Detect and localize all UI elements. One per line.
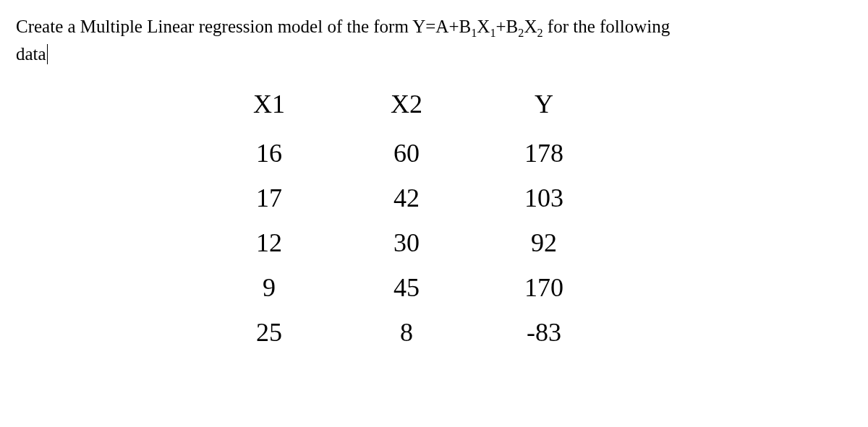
cell-x1: 9 [200,265,338,310]
cell-y: 178 [475,131,613,176]
cell-y: 92 [475,220,613,265]
cell-x2: 60 [338,131,475,176]
regression-equation: Y=A+B1X1+B2X2 [412,17,542,36]
text-cursor-icon [47,44,48,64]
cell-x2: 42 [338,176,475,220]
column-header-y: Y [475,83,613,131]
cell-y: 170 [475,265,613,310]
prompt-line2: data [16,40,48,68]
regression-data-table: X1 X2 Y 16 60 178 17 42 103 12 30 92 9 4… [200,83,613,355]
cell-y: 103 [475,176,613,220]
table-row: 25 8 -83 [200,310,613,355]
cell-y: -83 [475,310,613,355]
table-row: 12 30 92 [200,220,613,265]
table-header-row: X1 X2 Y [200,83,613,131]
column-header-x2: X2 [338,83,475,131]
prompt-text-prefix: Create a Multiple Linear regression mode… [16,17,412,36]
table-row: 16 60 178 [200,131,613,176]
cell-x2: 30 [338,220,475,265]
cell-x2: 8 [338,310,475,355]
problem-statement: Create a Multiple Linear regression mode… [16,13,852,67]
cell-x1: 12 [200,220,338,265]
table-row: 17 42 103 [200,176,613,220]
cell-x2: 45 [338,265,475,310]
column-header-x1: X1 [200,83,338,131]
prompt-text-suffix: for the following [543,17,671,36]
cell-x1: 25 [200,310,338,355]
table-row: 9 45 170 [200,265,613,310]
cell-x1: 17 [200,176,338,220]
cell-x1: 16 [200,131,338,176]
